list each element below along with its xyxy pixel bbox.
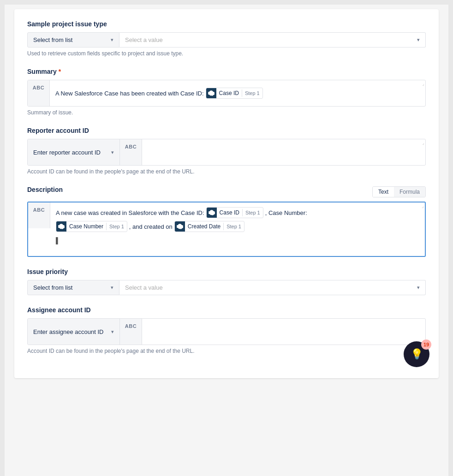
- case-id-token: Case ID Step 1: [206, 88, 263, 99]
- chevron-down-icon: ▾: [111, 37, 113, 43]
- issue-priority-value-placeholder: Select a value: [125, 284, 163, 291]
- summary-title: Summary *: [27, 68, 426, 75]
- desc-line2-prefix: , and created on: [129, 223, 173, 230]
- chevron-down-icon-reporter: ▾: [111, 149, 114, 155]
- summary-prefix-text: A New Salesforce Case has been created w…: [55, 90, 204, 97]
- chevron-down-icon-priority: ▾: [111, 285, 113, 291]
- issue-priority-controls: Select from list ▾ Select a value ▾: [27, 280, 426, 295]
- description-resize-handle: ⌟: [419, 202, 425, 209]
- assignee-text-area: ABC ⌟: [120, 319, 425, 345]
- cursor-line: ▌: [56, 235, 414, 246]
- tab-text[interactable]: Text: [373, 187, 394, 197]
- desc-case-number-label: Case Number: [66, 222, 106, 231]
- description-abc-label: ABC: [28, 202, 50, 228]
- assignee-dropdown[interactable]: Enter assignee account ID ▾: [28, 319, 120, 345]
- notification-count: 19: [421, 339, 431, 350]
- description-content: A new case was created in Salesforce wit…: [50, 202, 419, 250]
- sample-project-issue-type-section: Sample project issue type Select from li…: [27, 20, 426, 57]
- salesforce-icon: [206, 88, 216, 98]
- salesforce-icon-3: [56, 221, 66, 232]
- issue-type-dropdown-label: Select from list: [33, 36, 72, 43]
- desc-case-number-token: Case Number Step 1: [56, 221, 127, 232]
- reporter-dropdown-label: Enter reporter account ID: [33, 149, 101, 156]
- issue-type-hint: Used to retrieve custom fields specific …: [27, 50, 426, 57]
- tab-formula[interactable]: Formula: [394, 187, 425, 197]
- reporter-account-id-section: Reporter account ID Enter reporter accou…: [27, 127, 426, 175]
- summary-section: Summary * ABC A New Salesforce Case has …: [27, 68, 426, 116]
- desc-case-id-step: Step 1: [242, 209, 263, 216]
- reporter-text-area: ABC ⌟: [120, 139, 425, 165]
- summary-title-text: Summary: [27, 68, 57, 75]
- assignee-account-id-section: Assignee account ID Enter assignee accou…: [27, 306, 426, 354]
- description-line1: A new case was created in Salesforce wit…: [56, 207, 414, 218]
- description-header: Description Text Formula: [27, 186, 426, 198]
- summary-abc-label: ABC: [28, 80, 50, 106]
- bulb-icon: 💡: [411, 348, 423, 360]
- issue-priority-value-select[interactable]: Select a value ▾: [119, 280, 426, 295]
- reporter-hint: Account ID can be found in the people's …: [27, 168, 426, 175]
- summary-hint: Summary of issue.: [27, 109, 426, 116]
- assignee-account-id-title: Assignee account ID: [27, 306, 426, 314]
- description-title: Description: [27, 186, 63, 193]
- reporter-resize-handle: ⌟: [420, 139, 425, 146]
- chevron-down-icon-value: ▾: [417, 37, 420, 43]
- desc-created-date-step: Step 1: [223, 223, 244, 230]
- case-id-token-label: Case ID: [216, 89, 242, 97]
- reporter-dropdown[interactable]: Enter reporter account ID ▾: [28, 139, 120, 165]
- chevron-down-icon-priority-value: ▾: [417, 285, 420, 291]
- main-card: Sample project issue type Select from li…: [14, 9, 439, 378]
- description-section: Description Text Formula ABC A new case …: [27, 186, 426, 257]
- issue-priority-dropdown-label: Select from list: [33, 284, 72, 291]
- desc-case-number-step: Step 1: [106, 223, 127, 230]
- notification-badge[interactable]: 19 💡: [404, 341, 429, 367]
- description-line2: Case Number Step 1 , and created on Crea…: [56, 221, 414, 232]
- issue-type-dropdown[interactable]: Select from list ▾: [27, 32, 119, 48]
- issue-priority-dropdown[interactable]: Select from list ▾: [27, 280, 119, 295]
- description-tab-group: Text Formula: [372, 186, 426, 197]
- assignee-dropdown-label: Enter assignee account ID: [33, 328, 103, 335]
- assignee-hint: Account ID can be found in the people's …: [27, 348, 426, 354]
- issue-priority-title: Issue priority: [27, 268, 426, 275]
- desc-created-date-label: Created Date: [185, 222, 223, 231]
- sample-project-issue-type-title: Sample project issue type: [27, 20, 426, 28]
- issue-type-controls: Select from list ▾ Select a value ▾: [27, 32, 426, 48]
- issue-type-value-placeholder: Select a value: [125, 36, 163, 43]
- reporter-abc-label: ABC: [120, 139, 142, 165]
- assignee-box: Enter assignee account ID ▾ ABC ⌟: [27, 318, 426, 345]
- summary-box[interactable]: ABC A New Salesforce Case has been creat…: [27, 80, 426, 107]
- assignee-abc-label: ABC: [120, 319, 142, 345]
- desc-case-id-token: Case ID Step 1: [206, 207, 263, 218]
- case-id-token-step: Step 1: [242, 89, 262, 97]
- reporter-box: Enter reporter account ID ▾ ABC ⌟: [27, 139, 426, 166]
- chevron-down-icon-assignee: ▾: [111, 329, 114, 335]
- reporter-account-id-title: Reporter account ID: [27, 127, 426, 134]
- salesforce-icon-4: [175, 221, 185, 232]
- assignee-input[interactable]: [142, 319, 420, 345]
- desc-line1-prefix: A new case was created in Salesforce wit…: [56, 209, 204, 216]
- summary-content: A New Salesforce Case has been created w…: [50, 80, 420, 106]
- salesforce-icon-2: [207, 208, 217, 218]
- issue-priority-section: Issue priority Select from list ▾ Select…: [27, 268, 426, 295]
- desc-created-date-token: Created Date Step 1: [174, 221, 244, 232]
- resize-handle: ⌟: [420, 80, 425, 87]
- required-indicator: *: [57, 68, 61, 75]
- reporter-input[interactable]: [142, 139, 420, 165]
- page-container: Sample project issue type Select from li…: [5, 5, 448, 476]
- desc-line1-suffix: , Case Number:: [265, 209, 307, 216]
- desc-case-id-label: Case ID: [217, 208, 242, 217]
- issue-type-value-select[interactable]: Select a value ▾: [119, 32, 426, 48]
- description-box[interactable]: ABC A new case was created in Salesforce…: [27, 202, 426, 257]
- cursor-icon: ▌: [56, 237, 60, 244]
